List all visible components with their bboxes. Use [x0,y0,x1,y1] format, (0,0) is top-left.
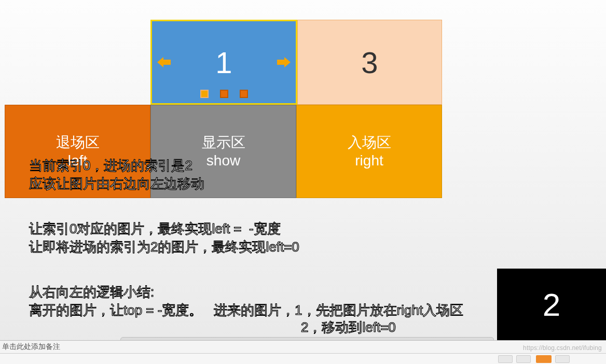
dot-3[interactable] [240,90,248,98]
status-chip-active[interactable] [536,355,552,363]
offscreen-panel: 2 [497,269,606,340]
overlay-block-1: 当前索引0，进场的索引是2 应该让图片由右边向左边移动 [29,157,204,193]
carousel-incoming-slot: 3 [297,20,442,105]
notes-bar[interactable]: 单击此处添加备注 [0,340,606,353]
zone-right: 入场区 right [296,105,442,198]
svg-marker-1 [277,57,291,67]
incoming-slot-number: 3 [361,45,378,80]
zone-show-title: 显示区 [202,133,245,151]
svg-marker-0 [157,57,171,67]
watermark-text: https://blog.csdn.net/ifubing [523,344,602,352]
carousel-dots [152,90,296,98]
arrow-right-icon[interactable] [277,57,291,67]
overlay-block-2: 让索引0对应的图片，最终实现left = -宽度 让即将进场的索引为2的图片，最… [29,220,299,256]
status-strip [0,353,606,364]
offscreen-slot-number: 2 [543,286,560,323]
status-chip-1[interactable] [498,355,513,363]
carousel-row: 1 3 [150,20,442,105]
visible-slot-number: 1 [215,45,232,80]
dot-1[interactable] [200,90,209,98]
dot-2[interactable] [220,90,228,98]
slide-canvas: 1 3 退场区 left 显示区 show 入场区 right 当前索引 [0,0,606,340]
notes-placeholder: 单击此处添加备注 [2,342,60,352]
carousel-visible-slot: 1 [150,20,297,105]
zone-right-title: 入场区 [348,133,391,151]
overlay-block-3: 从右向左的逻辑小结: 离开的图片，让top = -宽度。 进来的图片，1，先把图… [29,283,463,319]
overlay-block-3-cont: 2，移动到left=0 [301,318,396,337]
zone-left-title: 退场区 [56,133,100,151]
zone-show-sub: show [206,151,240,170]
status-chip-2[interactable] [516,355,531,363]
status-chip-3[interactable] [555,355,570,363]
arrow-left-icon[interactable] [157,57,171,67]
zone-right-sub: right [355,151,383,170]
